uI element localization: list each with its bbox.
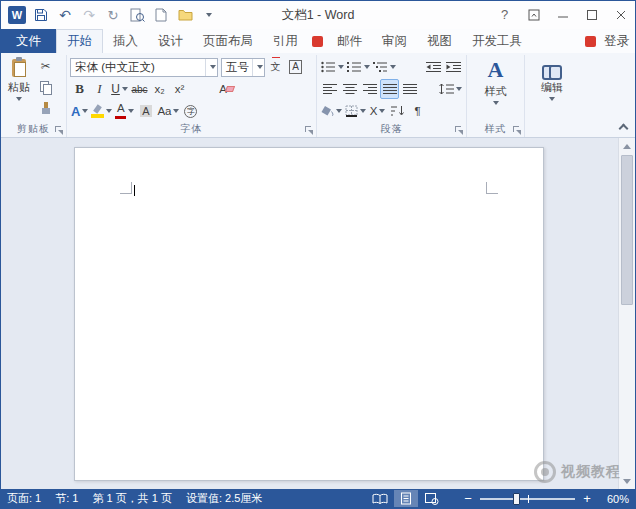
arrow-down-icon xyxy=(623,479,631,484)
align-left-button[interactable] xyxy=(320,79,339,99)
status-page-info[interactable]: 第 1 页，共 1 页 xyxy=(92,491,171,506)
editing-button[interactable]: 编辑 xyxy=(528,56,576,101)
qat-customize-button[interactable] xyxy=(198,4,220,26)
superscript-button[interactable]: x² xyxy=(170,79,189,99)
align-center-button[interactable] xyxy=(340,79,359,99)
phonetic-guide-button[interactable]: 文 xyxy=(266,57,285,77)
ribbon-tab-row: 文件 开始 插入 设计 页面布局 引用 邮件 审阅 视图 开发工具 登录 xyxy=(1,29,635,53)
clear-formatting-button[interactable]: A xyxy=(217,79,236,99)
document-page[interactable] xyxy=(74,147,544,481)
addin-icon[interactable] xyxy=(312,36,323,47)
styles-button[interactable]: A 样式 xyxy=(470,56,521,105)
tab-page-layout[interactable]: 页面布局 xyxy=(193,29,263,53)
repeat-button[interactable]: ↻ xyxy=(102,4,124,26)
cut-button[interactable]: ✂ xyxy=(36,56,55,76)
help-button[interactable]: ? xyxy=(490,1,519,28)
web-layout-button[interactable] xyxy=(420,490,444,507)
tab-view[interactable]: 视图 xyxy=(417,29,462,53)
tab-mailings[interactable]: 邮件 xyxy=(327,29,372,53)
undo-button[interactable]: ↶ xyxy=(54,4,76,26)
vertical-scrollbar[interactable] xyxy=(618,138,635,489)
show-hide-marks-button[interactable]: ¶ xyxy=(408,101,427,121)
line-spacing-icon xyxy=(439,83,454,95)
paragraph-dialog-launcher[interactable] xyxy=(455,126,464,135)
tab-review[interactable]: 审阅 xyxy=(372,29,417,53)
font-color-button[interactable]: A xyxy=(114,101,135,121)
chevron-down-icon xyxy=(456,87,462,91)
zoom-slider[interactable] xyxy=(480,498,575,500)
enclose-characters-button[interactable]: 字 xyxy=(181,101,200,121)
justify-button[interactable] xyxy=(380,79,399,99)
minimize-button[interactable] xyxy=(548,1,577,28)
addin-icon-2[interactable] xyxy=(585,36,596,47)
redo-button[interactable]: ↷ xyxy=(78,4,100,26)
text-highlight-button[interactable] xyxy=(90,101,113,121)
subscript-button[interactable]: x₂ xyxy=(150,79,169,99)
zoom-out-button[interactable]: − xyxy=(462,491,474,506)
highlighter-icon xyxy=(91,105,104,118)
decrease-indent-button[interactable] xyxy=(424,57,443,77)
align-right-button[interactable] xyxy=(360,79,379,99)
zoom-slider-thumb[interactable] xyxy=(513,493,520,505)
enclose-characters-icon: 字 xyxy=(184,105,197,118)
word-logo-icon[interactable]: W xyxy=(6,4,28,26)
multilevel-list-button[interactable] xyxy=(372,57,397,77)
styles-dialog-launcher[interactable] xyxy=(513,126,522,135)
new-document-button[interactable] xyxy=(150,4,172,26)
bold-button[interactable]: B xyxy=(70,79,89,99)
font-size-value: 五号 xyxy=(226,60,249,75)
watermark-logo-icon xyxy=(534,461,556,483)
font-group-label: 字体 xyxy=(67,122,316,136)
font-name-combo[interactable]: 宋体 (中文正文) xyxy=(70,58,218,77)
line-spacing-button[interactable] xyxy=(438,79,463,99)
scrollbar-thumb[interactable] xyxy=(621,155,633,305)
asian-layout-button[interactable]: X xyxy=(368,101,387,121)
tab-file[interactable]: 文件 xyxy=(1,29,56,53)
close-button[interactable] xyxy=(606,1,635,28)
format-painter-icon xyxy=(41,102,51,115)
tab-home[interactable]: 开始 xyxy=(56,29,103,53)
print-layout-button[interactable] xyxy=(394,490,418,507)
font-dialog-launcher[interactable] xyxy=(305,126,314,135)
change-case-button[interactable]: Aa xyxy=(156,101,180,121)
tab-developer[interactable]: 开发工具 xyxy=(462,29,532,53)
strikethrough-button[interactable]: abc xyxy=(130,79,149,99)
tab-insert[interactable]: 插入 xyxy=(103,29,148,53)
chevron-down-icon xyxy=(16,97,22,101)
underline-button[interactable]: U xyxy=(110,79,129,99)
increase-indent-button[interactable] xyxy=(444,57,463,77)
scroll-down-button[interactable] xyxy=(619,473,635,489)
copy-button[interactable] xyxy=(36,77,55,97)
save-button[interactable] xyxy=(30,4,52,26)
ribbon-display-options-button[interactable] xyxy=(519,1,548,28)
tab-design[interactable]: 设计 xyxy=(148,29,193,53)
zoom-in-button[interactable]: + xyxy=(581,491,593,506)
print-preview-button[interactable] xyxy=(126,4,148,26)
sign-in-button[interactable]: 登录 xyxy=(604,29,629,53)
read-mode-button[interactable] xyxy=(368,490,392,507)
italic-button[interactable]: I xyxy=(90,79,109,99)
bullets-button[interactable] xyxy=(320,57,345,77)
scroll-up-button[interactable] xyxy=(619,138,635,154)
paste-button[interactable]: 粘贴 xyxy=(4,56,34,118)
status-setting[interactable]: 设置值: 2.5厘米 xyxy=(186,491,262,506)
sort-button[interactable] xyxy=(388,101,407,121)
text-effects-button[interactable]: A xyxy=(70,101,89,121)
numbering-button[interactable] xyxy=(346,57,371,77)
status-section[interactable]: 节: 1 xyxy=(55,491,78,506)
distribute-button[interactable] xyxy=(400,79,419,99)
clipboard-dialog-launcher[interactable] xyxy=(55,126,64,135)
collapse-ribbon-icon[interactable] xyxy=(619,124,629,134)
open-button[interactable] xyxy=(174,4,196,26)
font-size-combo[interactable]: 五号 xyxy=(221,58,265,77)
borders-button[interactable] xyxy=(344,101,367,121)
tab-references[interactable]: 引用 xyxy=(263,29,308,53)
status-page[interactable]: 页面: 1 xyxy=(7,491,41,506)
shading-button[interactable] xyxy=(320,101,343,121)
character-shading-button[interactable]: A xyxy=(136,101,155,121)
styles-icon: A xyxy=(488,59,504,81)
format-painter-button[interactable] xyxy=(36,98,55,118)
maximize-button[interactable] xyxy=(577,1,606,28)
zoom-percentage[interactable]: 60% xyxy=(599,493,629,505)
character-border-button[interactable]: A xyxy=(286,57,305,77)
